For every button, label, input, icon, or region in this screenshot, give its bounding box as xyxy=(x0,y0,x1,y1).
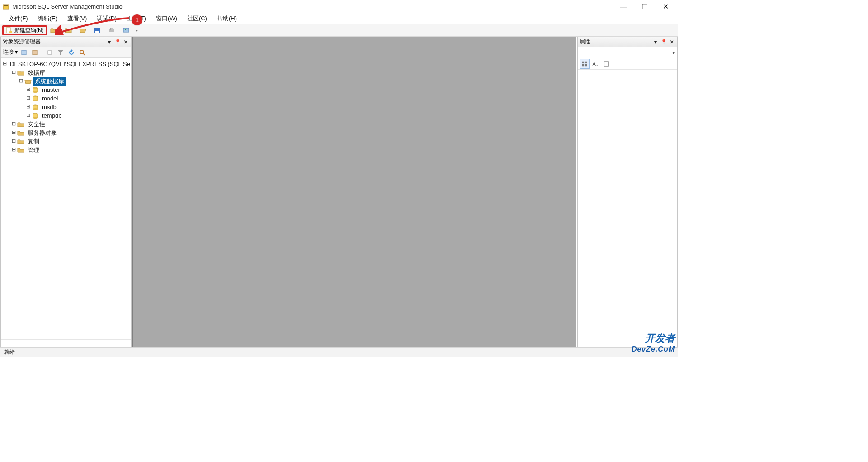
toolbar-overflow-icon[interactable]: ▾ xyxy=(136,28,138,33)
svg-point-3 xyxy=(9,31,12,33)
properties-body: ▾ A↓ xyxy=(578,47,677,347)
expander-icon[interactable]: ⊞ xyxy=(10,121,17,128)
refresh-icon[interactable] xyxy=(67,48,76,57)
new-query-icon xyxy=(5,27,13,34)
svg-point-25 xyxy=(33,108,38,110)
expander-icon[interactable]: ⊞ xyxy=(24,86,32,94)
panel-dropdown-icon[interactable]: ▾ xyxy=(106,38,113,46)
svg-rect-11 xyxy=(48,51,52,54)
properties-pages-button[interactable] xyxy=(601,59,611,69)
tree-node-label: 安全性 xyxy=(26,120,47,129)
svg-rect-30 xyxy=(585,61,587,63)
panel-pin-icon[interactable]: 📍 xyxy=(114,38,121,46)
tree-db-master[interactable]: ⊞ master xyxy=(3,86,131,94)
toolbar-separator xyxy=(42,49,42,56)
tree-databases-node[interactable]: ⊟ 数据库 xyxy=(3,68,131,77)
tree-management-node[interactable]: ⊞ 管理 xyxy=(3,146,131,154)
object-explorer-panel: 对象资源管理器 ▾ 📍 ✕ 连接 ▾ ⊟ DESKTOP-6G7QVE xyxy=(0,37,132,347)
window-minimize-button[interactable]: — xyxy=(613,0,634,13)
tree-node-label: 服务器对象 xyxy=(26,129,58,137)
properties-grid[interactable] xyxy=(578,70,677,315)
connect-dropdown[interactable]: 连接 ▾ xyxy=(3,48,18,56)
tree-server-node[interactable]: ⊟ DESKTOP-6G7QVEI\SQLEXPRESS (SQL Se xyxy=(3,60,131,68)
svg-point-28 xyxy=(33,117,38,119)
panel-close-icon[interactable]: ✕ xyxy=(122,38,129,46)
folder-icon xyxy=(17,129,24,137)
tree-node-label: tempdb xyxy=(41,112,63,119)
svg-point-12 xyxy=(80,50,84,54)
filter-icon[interactable] xyxy=(56,48,65,57)
tree-db-tempdb[interactable]: ⊞ tempdb xyxy=(3,111,131,120)
properties-panel: 属性 ▾ 📍 ✕ ▾ A↓ xyxy=(577,37,678,347)
properties-alphabetical-button[interactable]: A↓ xyxy=(590,59,600,69)
object-explorer-toolbar: 连接 ▾ xyxy=(1,47,131,58)
tree-system-databases-node[interactable]: ⊟ 系统数据库 xyxy=(3,77,131,86)
expander-icon[interactable]: ⊞ xyxy=(10,147,17,154)
object-explorer-header: 对象资源管理器 ▾ 📍 ✕ xyxy=(1,37,131,47)
panel-dropdown-icon[interactable]: ▾ xyxy=(652,38,659,46)
svg-rect-31 xyxy=(582,64,584,66)
tree-replication-node[interactable]: ⊞ 复制 xyxy=(3,137,131,146)
expander-icon[interactable]: ⊞ xyxy=(24,112,32,119)
disconnect-icon[interactable] xyxy=(30,48,39,57)
menu-file[interactable]: 文件(F) xyxy=(4,14,33,24)
svg-line-13 xyxy=(83,53,85,55)
folder-open-icon xyxy=(24,78,32,85)
properties-categorized-button[interactable] xyxy=(580,59,590,69)
document-workspace xyxy=(132,37,576,347)
properties-object-selector[interactable]: ▾ xyxy=(579,48,676,57)
new-query-button[interactable]: 新建查询(N) xyxy=(2,25,47,35)
svg-rect-1 xyxy=(4,5,8,6)
annotation-badge: 1 xyxy=(132,14,142,25)
expander-icon[interactable]: ⊞ xyxy=(10,129,17,137)
status-text: 就绪 xyxy=(4,348,15,356)
app-window: Microsoft SQL Server Management Studio —… xyxy=(0,0,678,357)
tree-node-label: master xyxy=(41,86,61,93)
window-title: Microsoft SQL Server Management Studio xyxy=(12,3,613,10)
main-toolbar: 1 新建查询(N) ▾ xyxy=(0,24,678,37)
svg-rect-33 xyxy=(604,61,609,66)
object-search-icon[interactable] xyxy=(78,48,87,57)
stop-icon[interactable] xyxy=(45,48,54,57)
folder-icon xyxy=(17,69,24,76)
svg-rect-0 xyxy=(3,5,9,9)
tree-server-objects-node[interactable]: ⊞ 服务器对象 xyxy=(3,129,131,137)
tree-node-label: msdb xyxy=(41,104,58,110)
expander-icon[interactable]: ⊞ xyxy=(10,138,17,145)
expander-icon[interactable]: ⊞ xyxy=(24,104,32,111)
menu-help[interactable]: 帮助(H) xyxy=(212,14,241,24)
database-icon xyxy=(32,86,39,94)
panel-close-icon[interactable]: ✕ xyxy=(668,38,675,46)
tree-node-label: model xyxy=(41,95,59,102)
expander-icon[interactable]: ⊟ xyxy=(3,61,7,68)
properties-title: 属性 xyxy=(580,38,651,46)
expander-icon[interactable]: ⊟ xyxy=(10,69,17,76)
main-area: 对象资源管理器 ▾ 📍 ✕ 连接 ▾ ⊟ DESKTOP-6G7QVE xyxy=(0,37,678,347)
tree-node-label: 数据库 xyxy=(26,69,47,77)
connect-icon[interactable] xyxy=(19,48,28,57)
svg-rect-10 xyxy=(33,50,37,55)
object-explorer-tree[interactable]: ⊟ DESKTOP-6G7QVEI\SQLEXPRESS (SQL Se ⊟ 数… xyxy=(1,58,131,339)
tree-security-node[interactable]: ⊞ 安全性 xyxy=(3,120,131,129)
tree-node-label: 管理 xyxy=(26,146,41,154)
window-close-button[interactable]: ✕ xyxy=(655,0,676,13)
folder-icon xyxy=(17,147,24,154)
menu-community[interactable]: 社区(C) xyxy=(183,14,212,24)
expander-icon[interactable]: ⊞ xyxy=(24,95,32,102)
tree-db-msdb[interactable]: ⊞ msdb xyxy=(3,103,131,111)
tree-node-label: DESKTOP-6G7QVEI\SQLEXPRESS (SQL Se xyxy=(9,61,131,67)
tree-db-model[interactable]: ⊞ model xyxy=(3,94,131,103)
panel-pin-icon[interactable]: 📍 xyxy=(660,38,667,46)
folder-icon xyxy=(17,121,24,128)
title-bar: Microsoft SQL Server Management Studio —… xyxy=(0,0,678,13)
svg-rect-32 xyxy=(585,64,587,66)
window-controls: — ☐ ✕ xyxy=(613,0,676,13)
menu-window[interactable]: 窗口(W) xyxy=(151,14,182,24)
annotation-arrow-icon xyxy=(55,14,132,35)
svg-point-22 xyxy=(33,100,38,101)
database-icon xyxy=(32,95,39,102)
object-explorer-hscroll[interactable] xyxy=(1,339,131,347)
window-maximize-button[interactable]: ☐ xyxy=(634,0,655,13)
properties-toolbar: A↓ xyxy=(578,58,677,70)
expander-icon[interactable]: ⊟ xyxy=(17,78,24,85)
